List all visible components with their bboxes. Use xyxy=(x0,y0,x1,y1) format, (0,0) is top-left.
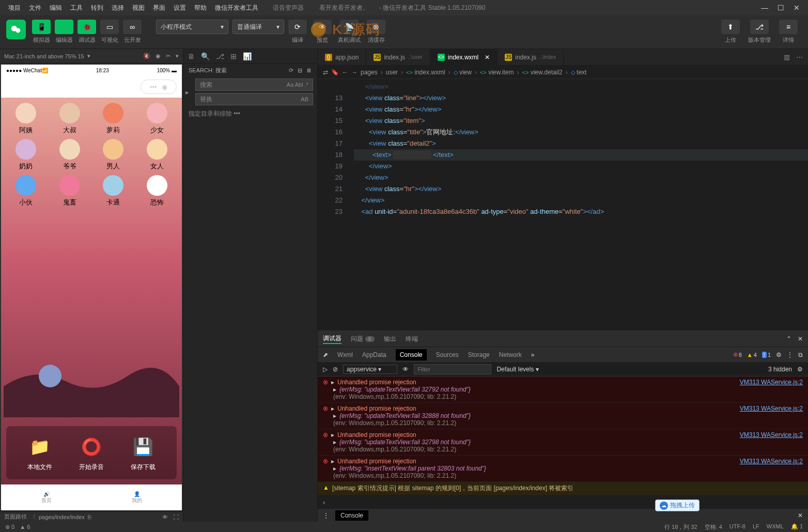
tab-index.js[interactable]: JSindex.js..\index xyxy=(498,49,564,66)
back-icon[interactable]: ← xyxy=(342,69,348,76)
tool-可视化[interactable]: ▭ xyxy=(100,20,119,34)
tool-模拟器[interactable]: 📱 xyxy=(32,20,51,34)
breadcrumb-item[interactable]: ◇ view xyxy=(454,69,472,76)
tab-app.json[interactable]: {}app.json xyxy=(318,49,366,66)
devtab-wxml[interactable]: Wxml xyxy=(337,351,353,358)
expand-replace-icon[interactable]: ▸ xyxy=(183,88,191,96)
mute-icon[interactable]: 🔇 xyxy=(143,53,150,59)
tool-编辑器[interactable] xyxy=(55,20,73,34)
status-errors[interactable]: ⊗ 0 xyxy=(5,524,14,530)
eol[interactable]: LF xyxy=(753,523,759,531)
more-icon[interactable]: ▾ xyxy=(176,53,179,59)
cut-icon[interactable]: ✂ xyxy=(166,53,170,59)
indent[interactable]: 空格: 4 xyxy=(705,523,722,531)
newfile-icon[interactable]: 🗎 xyxy=(306,67,312,74)
tool-云开发[interactable]: ∞ xyxy=(123,20,142,34)
voice-恐怖[interactable]: 恐怖 xyxy=(137,175,177,207)
console-drawer-icon[interactable]: ⋮ xyxy=(323,512,329,519)
menu-文件[interactable]: 文件 xyxy=(25,4,45,12)
menu-转到[interactable]: 转到 xyxy=(87,4,107,12)
voice-奶奶[interactable]: 奶奶 xyxy=(6,139,46,171)
error-count[interactable]: ⊗8 xyxy=(733,351,742,358)
search-icon[interactable]: 🔍 xyxy=(201,52,210,60)
tool-版本管理[interactable]: ⎇ xyxy=(750,20,769,34)
chart-icon[interactable]: 📊 xyxy=(243,52,252,60)
breadcrumb-item[interactable]: <> index.wxml xyxy=(406,69,445,76)
log-entry[interactable]: ⊗▸Unhandled promise rejectionVM313 WASer… xyxy=(318,377,808,403)
tool-调试器[interactable]: 🐞 xyxy=(77,20,96,34)
action-本地文件[interactable]: 📁本地文件 xyxy=(27,434,53,472)
warn-count[interactable]: ▲4 xyxy=(747,352,757,358)
record-icon[interactable]: ◉ xyxy=(156,53,161,59)
breadcrumb-item[interactable]: pages xyxy=(361,69,378,76)
replace-input[interactable]: 替换 AB xyxy=(195,93,313,105)
capsule-button[interactable]: •••◉ xyxy=(141,80,177,94)
filter-input[interactable] xyxy=(414,364,491,374)
breadcrumb-item[interactable]: <> view.item xyxy=(480,69,514,76)
action-开始录音[interactable]: ⭕开始录音 xyxy=(79,434,104,472)
menu-项目[interactable]: 项目 xyxy=(4,4,25,12)
page-path-value[interactable]: pages/index/index xyxy=(39,514,85,520)
menu-帮助[interactable]: 帮助 xyxy=(190,4,211,12)
voice-卡通[interactable]: 卡通 xyxy=(94,175,133,207)
levels-select[interactable]: Default levels ▾ xyxy=(496,366,538,373)
tab-index.js[interactable]: JSindex.js..\user xyxy=(366,49,430,66)
compare-icon[interactable]: ⇄ xyxy=(323,69,328,76)
include-exclude-toggle[interactable]: 指定目录和排除 ••• xyxy=(183,106,317,121)
clear-icon[interactable]: ⊟ xyxy=(298,67,302,74)
voice-大叔[interactable]: 大叔 xyxy=(50,103,90,135)
close-panel-icon[interactable]: ✕ xyxy=(798,335,803,342)
close-drawer-icon[interactable]: ✕ xyxy=(798,512,803,519)
action-保存下载[interactable]: 💾保存下载 xyxy=(130,434,156,472)
context-select[interactable]: appservice ▾ xyxy=(343,365,397,374)
forward-icon[interactable]: → xyxy=(351,69,358,76)
tool-详情[interactable]: ≡ xyxy=(779,20,798,34)
voice-男人[interactable]: 男人 xyxy=(94,139,133,171)
menu-工具[interactable]: 工具 xyxy=(66,4,87,12)
menu-微信开发者工具[interactable]: 微信开发者工具 xyxy=(211,4,262,12)
breadcrumb-item[interactable]: <> view.detail2 xyxy=(522,69,562,76)
voice-爷爷[interactable]: 爷爷 xyxy=(50,139,90,171)
baidu-upload-badge[interactable]: ☁ 拖拽上传 xyxy=(655,499,700,511)
log-entry[interactable]: ⊗▸Unhandled promise rejectionVM313 WASer… xyxy=(318,456,808,482)
voice-女人[interactable]: 女人 xyxy=(137,139,177,171)
device-label[interactable]: Mac 21-inch and above 75% 15 xyxy=(4,53,84,59)
lang-mode[interactable]: WXML xyxy=(767,523,784,531)
breadcrumb-item[interactable]: user xyxy=(386,69,398,76)
kebab-icon[interactable]: ⋮ xyxy=(787,351,793,358)
tool-上传[interactable]: ⬆ xyxy=(721,20,740,34)
gear-icon[interactable]: ⚙ xyxy=(776,351,782,358)
tab-problems[interactable]: 问题6 xyxy=(351,335,375,343)
console-label[interactable]: Console xyxy=(335,510,368,521)
expand-icon[interactable]: ⛶ xyxy=(173,514,179,520)
hidden-count[interactable]: 3 hidden xyxy=(768,366,792,373)
tabbar-首页[interactable]: 🔊首页 xyxy=(1,484,91,510)
menu-界面[interactable]: 界面 xyxy=(149,4,169,12)
split-icon[interactable]: ▥ xyxy=(784,53,790,61)
voice-鬼畜[interactable]: 鬼畜 xyxy=(50,175,90,207)
play-icon[interactable]: ▷ xyxy=(323,366,328,373)
copy-icon[interactable]: ⎘ xyxy=(88,514,91,520)
devtab-sources[interactable]: Sources xyxy=(436,351,459,358)
tab-terminal[interactable]: 终端 xyxy=(406,335,418,343)
devtab-network[interactable]: Network xyxy=(499,351,522,358)
status-warns[interactable]: ▲ 6 xyxy=(20,524,30,530)
bell-icon[interactable]: 🔔 1 xyxy=(791,523,803,531)
encoding[interactable]: UTF-8 xyxy=(729,523,745,531)
log-entry[interactable]: ⊗▸Unhandled promise rejectionVM313 WASer… xyxy=(318,403,808,429)
voice-少女[interactable]: 少女 xyxy=(137,103,177,135)
menu-选择[interactable]: 选择 xyxy=(107,4,128,12)
inspect-icon[interactable]: ⬈ xyxy=(323,351,328,358)
tool-编译[interactable]: ⟳ xyxy=(288,20,307,34)
tab-debugger[interactable]: 调试器 xyxy=(323,334,341,344)
voice-阿姨[interactable]: 阿姨 xyxy=(6,103,46,135)
git-icon[interactable]: ⎇ xyxy=(216,52,224,60)
tabbar-我的[interactable]: 👤我的 xyxy=(91,484,182,510)
maximize-icon[interactable]: ☐ xyxy=(778,4,784,12)
menu-编辑[interactable]: 编辑 xyxy=(45,4,66,12)
close-icon[interactable]: ✕ xyxy=(794,4,800,12)
search-input[interactable]: 搜索 Aa Abl .* xyxy=(195,79,313,91)
ext-icon[interactable]: ⊞ xyxy=(230,52,237,60)
minimize-icon[interactable]: — xyxy=(761,4,768,12)
bookmark-icon[interactable]: 🔖 xyxy=(331,69,339,76)
